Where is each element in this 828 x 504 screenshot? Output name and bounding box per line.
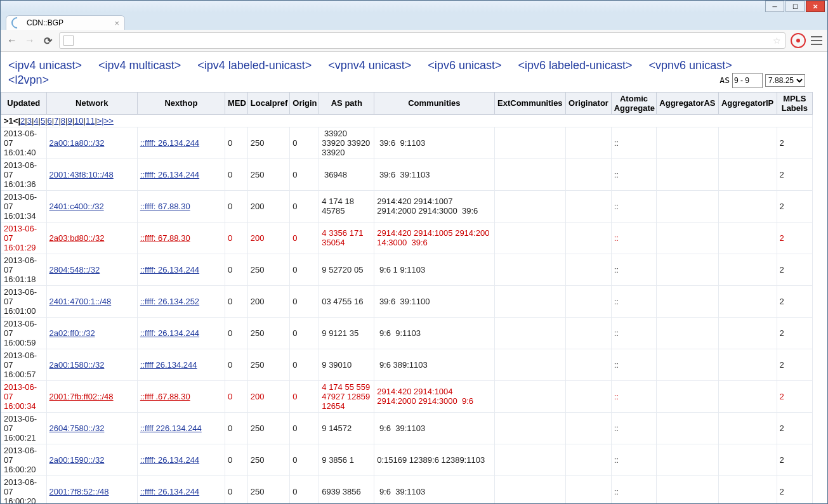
pager-row: >1<|2|3|4|5|6|7|8|9|10|11|>|>> [1, 114, 813, 127]
cell-nexthop[interactable]: ::ffff:​ 26.134.244 [137, 158, 225, 190]
pager-page[interactable]: 2 [20, 116, 25, 126]
cell-nexthop[interactable]: ::ffff​ 26.134.244 [137, 349, 225, 380]
cell-origin: 0 [290, 222, 319, 254]
window-minimize-button[interactable]: ─ [765, 1, 784, 12]
page-viewport[interactable]: <ipv4 unicast><ipv4 multicast><ipv4 labe… [1, 52, 827, 503]
column-header[interactable]: Localpref [247, 92, 290, 114]
cell-extcommunities [494, 127, 566, 158]
cell-aggas [657, 285, 718, 317]
afi-nav: <ipv4 unicast><ipv4 multicast><ipv4 labe… [1, 52, 813, 92]
afi-link[interactable]: <ipv6 unicast> [428, 58, 501, 73]
pager-page[interactable]: 4 [34, 116, 38, 126]
pager-page[interactable]: 8 [61, 116, 65, 126]
afi-link[interactable]: <ipv4 labeled-unicast> [197, 58, 312, 73]
cell-aggas [657, 380, 718, 412]
cell-network[interactable]: 2a00:1a80::/32 [46, 127, 137, 158]
window-close-button[interactable]: ✕ [806, 1, 825, 12]
afi-link[interactable]: <vpnv6 unicast> [649, 58, 732, 73]
cell-network[interactable]: 2a02:ff0::/32 [46, 317, 137, 349]
cell-nexthop[interactable]: ::ffff:​ 26.134.252 [137, 285, 225, 317]
column-header[interactable]: Updated [1, 92, 47, 114]
cell-extcommunities [494, 380, 566, 412]
pager-page[interactable]: 3 [27, 116, 32, 126]
forward-button[interactable]: → [23, 34, 36, 47]
chrome-menu-icon[interactable] [811, 36, 822, 45]
cell-aggip [718, 380, 777, 412]
column-header[interactable]: Originator [566, 92, 612, 114]
cell-aspath: ​9 3856 ​1 [319, 444, 374, 475]
extension-adblock-icon[interactable] [791, 33, 806, 48]
cell-nexthop[interactable]: ::ffff:​ 26.134.244 [137, 444, 225, 475]
column-header[interactable]: AggregatorIP [718, 92, 777, 114]
column-header[interactable]: Origin [290, 92, 319, 114]
cell-med: 0 [225, 127, 247, 158]
column-header[interactable]: Atomic Aggregate [611, 92, 657, 114]
cell-nexthop[interactable]: ::ffff:​ 26.134.244 [137, 475, 225, 503]
cell-network[interactable]: 2604:7580::/32 [46, 412, 137, 444]
pager-page[interactable]: 5 [41, 116, 45, 126]
cell-network[interactable]: 2001:43f8:10::/48 [46, 158, 137, 190]
column-header[interactable]: MPLS Labels [777, 92, 812, 114]
cell-network[interactable]: 2a03:bd80::/32 [46, 222, 137, 254]
column-header[interactable]: ExtCommunities [494, 92, 566, 114]
cell-localpref: 250 [247, 127, 290, 158]
as-filter-input[interactable] [732, 73, 763, 88]
cell-aspath: ​9 52720 ​05 [319, 254, 374, 285]
cell-network[interactable]: 2001:7f8:52::/48 [46, 475, 137, 503]
cell-aspath: ​ 36948 [319, 158, 374, 190]
cell-communities: 2914:420 2914:1004 2914:2000 2914:3000 ​… [374, 380, 494, 412]
afi-link[interactable]: <l2vpn> [8, 73, 49, 87]
cell-origin: 0 [290, 317, 319, 349]
pager-next[interactable]: >|>> [97, 116, 114, 126]
cell-originator [566, 380, 612, 412]
bookmark-star-icon[interactable]: ☆ [773, 36, 781, 46]
afi-link[interactable]: <ipv4 unicast> [8, 58, 82, 73]
cell-atomic: :: [611, 127, 657, 158]
afi-link[interactable]: <ipv4 multicast> [98, 58, 181, 73]
cell-network[interactable]: 2a00:1580::/32 [46, 349, 137, 380]
cell-aggas [657, 127, 718, 158]
column-header[interactable]: AggregatorAS [657, 92, 718, 114]
cell-localpref: 250 [247, 412, 290, 444]
pager-page[interactable]: 10 [74, 116, 83, 126]
cell-mpls: 2 [777, 127, 812, 158]
cell-network[interactable]: 2401:c400::/32 [46, 190, 137, 222]
back-button[interactable]: ← [6, 34, 18, 47]
browser-tab[interactable]: CDN::BGP × [6, 15, 125, 30]
cell-network[interactable]: 2804:548::/32 [46, 254, 137, 285]
browser-tabbar: CDN::BGP × [1, 12, 827, 30]
cell-nexthop[interactable]: ::ffff:​ 26.134.244 [137, 317, 225, 349]
reload-button[interactable]: ⟳ [41, 34, 54, 47]
pager[interactable]: >1<|2|3|4|5|6|7|8|9|10|11|>|>> [1, 114, 813, 127]
column-header[interactable]: Nexthop [137, 92, 225, 114]
column-header[interactable]: AS path [319, 92, 374, 114]
cell-origin: 0 [290, 475, 319, 503]
afi-link[interactable]: <vpnv4 unicast> [328, 58, 411, 73]
pager-page[interactable]: 7 [54, 116, 58, 126]
cell-network[interactable]: 2001:7fb:ff02::/48 [46, 380, 137, 412]
cell-updated: 2013-06-07 16:00:20 [1, 475, 47, 503]
cell-nexthop[interactable]: ::ffff:​ 67.88.30 [137, 222, 225, 254]
pager-page[interactable]: 6 [48, 116, 52, 126]
column-header[interactable]: MED [225, 92, 247, 114]
cell-nexthop[interactable]: ::ffff​ 226.134.244 [137, 412, 225, 444]
cell-network[interactable]: 2401:4700:1::/48 [46, 285, 137, 317]
pager-page[interactable]: 11 [86, 116, 95, 126]
tab-title: CDN::BGP [27, 18, 63, 27]
peer-select[interactable]: 7.88.25 [765, 74, 805, 87]
column-header[interactable]: Network [46, 92, 137, 114]
cell-nexthop[interactable]: ::ffff:​ 67.88.30 [137, 190, 225, 222]
pager-page[interactable]: 9 [67, 116, 72, 126]
cell-nexthop[interactable]: ::ffff:​ ​26.134.244 [137, 127, 225, 158]
tab-close-icon[interactable]: × [114, 18, 119, 28]
cell-extcommunities [494, 254, 566, 285]
cell-nexthop[interactable]: ::ffff:​ 26.134.244 [137, 254, 225, 285]
cell-network[interactable]: 2a00:1590::/32 [46, 444, 137, 475]
cell-extcommunities [494, 222, 566, 254]
cell-localpref: 250 [247, 317, 290, 349]
afi-link[interactable]: <ipv6 labeled-unicast> [518, 58, 632, 73]
cell-nexthop[interactable]: ::ffff​ .67.88.30 [137, 380, 225, 412]
address-bar[interactable]: ☆ [59, 32, 785, 49]
column-header[interactable]: Communities [374, 92, 494, 114]
window-maximize-button[interactable]: ☐ [785, 1, 805, 12]
